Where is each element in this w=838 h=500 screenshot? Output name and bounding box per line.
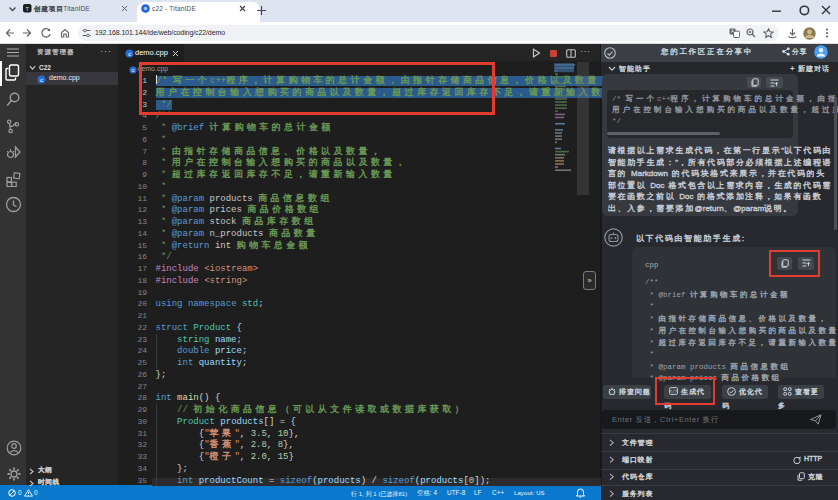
- svg-text:T: T: [26, 5, 29, 11]
- svg-text:c: c: [131, 67, 134, 73]
